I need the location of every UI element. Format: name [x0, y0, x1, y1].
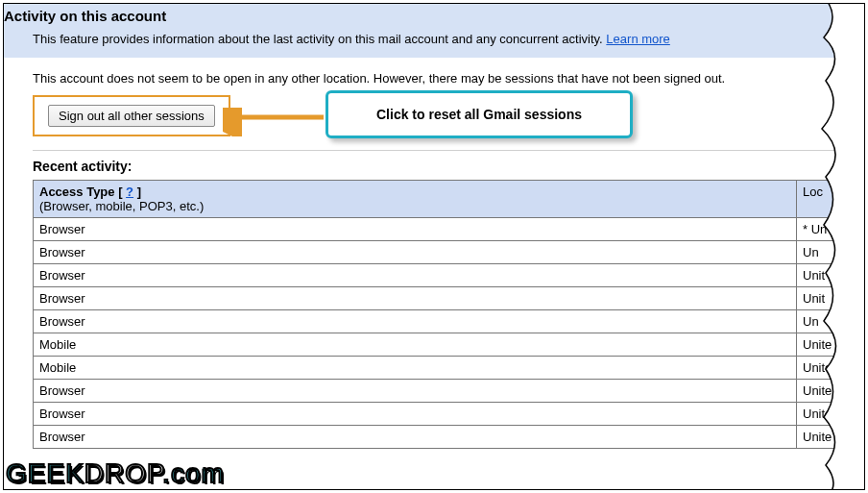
- cell-access-type: Browser: [34, 380, 797, 403]
- cell-location: Un: [797, 310, 864, 333]
- cell-access-type: Browser: [34, 264, 797, 287]
- table-row: BrowserUnite: [34, 403, 864, 426]
- header-description-line: This feature provides information about …: [4, 28, 858, 46]
- annotation-text: Click to reset all Gmail sessions: [376, 107, 582, 122]
- table-row: Browser* Un: [34, 218, 864, 241]
- table-row: BrowserUnit: [34, 264, 864, 287]
- cell-access-type: Mobile: [34, 357, 797, 380]
- signout-highlight-box: Sign out all other sessions: [33, 95, 230, 136]
- annotation-callout: Click to reset all Gmail sessions: [326, 90, 633, 138]
- activity-panel: Activity on this account This feature pr…: [3, 3, 865, 490]
- watermark-part2: DROP: [84, 458, 162, 488]
- table-header-row: Access Type [ ? ] (Browser, mobile, POP3…: [34, 181, 864, 218]
- recent-activity-label: Recent activity:: [33, 159, 864, 174]
- table-row: BrowserUn: [34, 310, 864, 333]
- cell-access-type: Browser: [34, 426, 797, 449]
- cell-access-type: Browser: [34, 241, 797, 264]
- table-row: MobileUnite: [34, 357, 864, 380]
- cell-access-type: Browser: [34, 310, 797, 333]
- cell-location: * Un: [797, 218, 864, 241]
- page-title: Activity on this account: [4, 8, 858, 24]
- annotation-arrow-icon: [223, 108, 328, 136]
- sign-out-all-button[interactable]: Sign out all other sessions: [48, 105, 215, 127]
- cell-access-type: Browser: [34, 287, 797, 310]
- table-row: BrowserUnite: [34, 426, 864, 449]
- cell-location: Unite: [797, 357, 864, 380]
- cell-location: Un: [797, 241, 864, 264]
- col-location: Loc: [797, 181, 864, 218]
- cell-access-type: Browser: [34, 218, 797, 241]
- watermark-part3: .com: [162, 458, 225, 488]
- access-type-help-link[interactable]: ?: [126, 185, 133, 199]
- divider: [33, 150, 864, 151]
- table-row: BrowserUnite: [34, 380, 864, 403]
- header-description: This feature provides information about …: [33, 32, 603, 46]
- cell-location: Unite: [797, 380, 864, 403]
- cell-location: Unit: [797, 287, 864, 310]
- col-access-type: Access Type [ ? ] (Browser, mobile, POP3…: [34, 181, 797, 218]
- col-access-type-title: Access Type: [39, 185, 115, 199]
- table-row: MobileUnite: [34, 333, 864, 357]
- learn-more-link[interactable]: Learn more: [606, 32, 669, 46]
- table-row: BrowserUnit: [34, 287, 864, 310]
- col-access-type-sub: (Browser, mobile, POP3, etc.): [39, 199, 204, 213]
- activity-table: Access Type [ ? ] (Browser, mobile, POP3…: [33, 180, 864, 449]
- cell-location: Unite: [797, 333, 864, 357]
- cell-location: Unite: [797, 403, 864, 426]
- cell-access-type: Browser: [34, 403, 797, 426]
- cell-location: Unit: [797, 264, 864, 287]
- cell-location: Unite: [797, 426, 864, 449]
- header-band: Activity on this account This feature pr…: [4, 4, 864, 58]
- watermark-part1: GEEK: [6, 458, 84, 488]
- watermark: GEEKDROP.com: [4, 460, 225, 489]
- status-text: This account does not seem to be open in…: [33, 71, 864, 86]
- cell-access-type: Mobile: [34, 333, 797, 357]
- table-row: BrowserUn: [34, 241, 864, 264]
